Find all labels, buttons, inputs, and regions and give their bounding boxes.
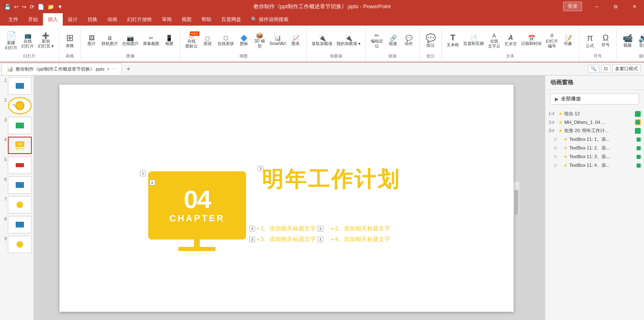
anim-item-6[interactable]: ⏱ ★ TextBox 11: 3、添... [545,152,644,161]
redo-icon[interactable]: ↪ [21,3,27,11]
online-picture-button[interactable]: 🖥 联机图片 [100,34,120,47]
slide-thumb-3[interactable]: 3 [2,117,32,134]
slide-thumb-7[interactable]: 7 [2,196,32,213]
equation-button[interactable]: π 公式 [582,32,597,49]
screenshot-button[interactable]: ✂ 屏幕截图 [141,34,161,47]
tab-baidu[interactable]: 百度网盘 [216,13,246,26]
anim-item-1[interactable]: 1↺ ★ 组合 12 [545,109,644,118]
tab-home[interactable]: 开始 [23,13,43,26]
tab-design[interactable]: 设计 [63,13,83,26]
audio-button[interactable]: 🔊 音频 [636,32,644,49]
tab-slideshow[interactable]: 幻灯片放映 [122,13,157,26]
bullet-item-4[interactable]: • 4、添加相关标题文字 [331,236,391,243]
bullet-item-3[interactable]: • 3、添加相关标题文字 [257,236,316,243]
online-shapes-button[interactable]: ⬡ 在线形状 [216,34,236,47]
canvas-area[interactable]: 1 2 04 CHAPTER 3 明年工作计划 [34,76,545,320]
more-options-icon[interactable]: ⋯ [112,66,116,72]
slide-title[interactable]: 明年工作计划 [262,165,400,194]
wordart-button[interactable]: A 艺术字 [503,33,519,47]
ribbon-group-media: 📹 视频 🔊 音频 🖥 屏幕录制 媒体 [617,27,644,60]
edit-position-button[interactable]: ✏ 编辑定位 [369,31,385,50]
new-slide-button[interactable]: 📄 新建幻灯片 [3,30,19,51]
slide-9[interactable] [8,236,32,253]
online-slide-button[interactable]: 📺 在线幻灯片 [20,31,36,50]
new-icon[interactable]: 📄 [37,3,45,11]
ribbon-group-table: ⊞ 表格 表格 [59,27,81,60]
icon-cloud-button[interactable]: ⬡ 在线图标云 HOT [184,31,199,50]
slide-7[interactable] [8,196,32,213]
slide-thumb-1[interactable]: 1 [2,77,32,95]
wordcloud-button[interactable]: A 在线文字云 [486,31,502,50]
minimize-button[interactable]: ─ [587,0,606,13]
slide-thumb-6[interactable]: 6 [2,176,32,194]
table-button[interactable]: ⊞ 表格 [62,32,77,49]
icons-button[interactable]: 🔷 图标 [237,34,251,47]
fit-button[interactable]: ⊡ [601,65,611,73]
slide-number-button[interactable]: # 幻灯片编号 [544,31,560,50]
get-addins-button[interactable]: 🔌 装取加载项 [310,34,334,47]
slide-thumb-5[interactable]: 5 [2,156,32,174]
search-bar-button[interactable]: 🔍 [588,65,599,73]
tab-file[interactable]: 文件 [3,13,23,26]
tab-insert[interactable]: 插入 [43,13,63,26]
anim-item-3[interactable]: 3↺ ★ 矩形 20: 明年工作计... [545,126,644,135]
slide-thumb-2[interactable]: 2 ↖ [2,97,32,114]
tab-view[interactable]: 视图 [177,13,197,26]
slide-thumb-8[interactable]: 8 [2,216,32,233]
link-button[interactable]: 🔗 链接 [386,34,400,47]
slide-8[interactable] [8,216,32,233]
refresh-icon[interactable]: ⟳ [29,3,35,11]
symbol-button[interactable]: Ω 符号 [598,32,613,48]
chapter-box[interactable]: 04 CHAPTER [148,171,246,239]
multi-window-button[interactable]: 多窗口模式 [612,64,641,73]
tab-search[interactable]: 🔍操作说明搜索 [246,13,294,26]
add-tab-button[interactable]: + [123,64,133,74]
save-icon[interactable]: 💾 [3,3,12,11]
anim-item-2[interactable]: 2↺ ★ MH_Others_1: 04 ... [545,118,644,126]
album-button[interactable]: 📱 相册 [162,34,177,47]
tab-transitions[interactable]: 切换 [83,13,102,26]
tab-help[interactable]: 帮助 [197,13,216,26]
my-addins-button[interactable]: 🔌 我的加载项 ▾ [335,34,362,47]
slide-1[interactable] [8,77,32,95]
close-button[interactable]: ✕ [625,0,644,13]
scrollbar-thumb[interactable] [514,190,519,215]
login-button[interactable]: 登录 [563,2,582,11]
document-tab[interactable]: 📊 教你制作《ppt制作工作概述章节切换》.pptx × ⋯ [2,63,122,75]
chart-button[interactable]: 📈 图表 [288,34,303,47]
doc-tab-close[interactable]: × [107,67,109,71]
web-picture-button[interactable]: 📷 在线图片 [121,34,140,47]
open-icon[interactable]: 📁 [47,3,55,11]
dropdown-icon[interactable]: ▼ [57,3,64,11]
add-slide-button[interactable]: ➕ 新加幻灯页 ▾ [36,31,55,50]
undo-icon[interactable]: ↩ [13,3,19,11]
video-button[interactable]: 📹 视频 [620,32,635,49]
slide-2[interactable]: ↖ [8,97,32,114]
slide-5[interactable] [8,156,32,174]
slide-thumb-9[interactable]: 9 [2,236,32,253]
slide-6[interactable] [8,176,32,194]
3d-button[interactable]: 📦 3D 模型 [252,31,267,50]
restore-button[interactable]: ⧉ [606,0,625,13]
header-footer-button[interactable]: 📄 页眉和页脚 [462,34,485,47]
bullet-item-1[interactable]: • 1、添加相关标题文字 [257,225,316,232]
picture-button[interactable]: 🖼 图片 [84,34,99,47]
slide-thumb-4[interactable]: 4 04 明年工作 [2,137,32,154]
tab-review[interactable]: 审阅 [157,13,177,26]
play-all-button[interactable]: ▶ 全部播放 [550,93,639,104]
shapes-button[interactable]: ◻ 形状 [200,34,215,47]
anim-item-5[interactable]: ⏱ ★ TextBox 11: 2、添... [545,144,644,152]
action-button[interactable]: 💬 动作 [401,34,416,47]
datetime-button[interactable]: 📅 日期和时间 [519,34,543,47]
slide-4[interactable]: 04 明年工作 [8,137,32,154]
bullet-item-2[interactable]: • 2、添加相关标题文字 [331,225,391,232]
textbox-button[interactable]: T 文本框 [445,32,461,48]
anim-item-4[interactable]: ⏱ ★ TextBox 11: 1、添... [545,135,644,144]
smartart-button[interactable]: 📊 SmartArt [268,34,287,47]
object-button[interactable]: 📝 对象 [561,34,575,47]
slide-3[interactable] [8,117,32,134]
anim-item-7[interactable]: ⏱ ★ TextBox 11: 4、添... [545,161,644,170]
tab-animations[interactable]: 动画 [102,13,122,26]
canvas-scrollbar[interactable] [514,182,519,215]
comment-button[interactable]: 💬 批注 [423,32,438,49]
